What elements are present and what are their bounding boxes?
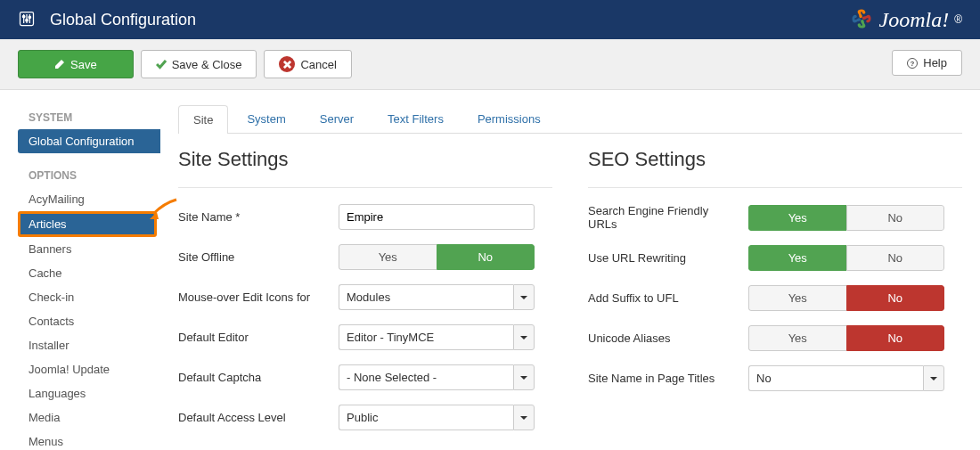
- sidebar-item-global-configuration[interactable]: Global Configuration: [18, 129, 160, 153]
- seo-settings-section: SEO Settings Search Engine Friendly URLs…: [588, 148, 962, 445]
- sidebar-item-articles[interactable]: Articles: [18, 211, 157, 237]
- sef-urls-no[interactable]: No: [846, 205, 945, 231]
- joomla-logo-icon: [849, 6, 874, 34]
- url-rewriting-no[interactable]: No: [846, 245, 945, 271]
- main-area: Site System Server Text Filters Permissi…: [160, 104, 980, 450]
- sidebar-item-menus[interactable]: Menus: [18, 430, 160, 450]
- svg-point-5: [26, 19, 29, 21]
- chevron-down-icon[interactable]: [513, 284, 535, 310]
- site-offline-label: Site Offline: [178, 250, 330, 264]
- help-icon: ?: [907, 58, 918, 69]
- sef-urls-yes[interactable]: Yes: [748, 205, 846, 231]
- site-offline-yes[interactable]: Yes: [339, 244, 437, 270]
- site-offline-no[interactable]: No: [437, 244, 535, 270]
- sidebar-item-check-in[interactable]: Check-in: [18, 285, 160, 309]
- chevron-down-icon[interactable]: [513, 364, 535, 390]
- sidebar-item-joomla-update[interactable]: Joomla! Update: [18, 357, 160, 381]
- sidebar: SYSTEM Global Configuration OPTIONS AcyM…: [0, 104, 160, 450]
- site-settings-title: Site Settings: [178, 148, 552, 171]
- tab-site[interactable]: Site: [178, 105, 228, 134]
- apply-icon: [54, 59, 65, 70]
- unicode-yes[interactable]: Yes: [748, 325, 846, 351]
- url-rewriting-toggle[interactable]: Yes No: [748, 245, 944, 271]
- svg-point-6: [29, 16, 31, 18]
- tab-server[interactable]: Server: [305, 104, 369, 133]
- default-editor-label: Default Editor: [178, 331, 330, 344]
- chevron-down-icon[interactable]: [513, 405, 535, 430]
- cancel-button[interactable]: Cancel: [264, 50, 351, 78]
- add-suffix-yes[interactable]: Yes: [748, 285, 846, 311]
- close-icon: [279, 56, 295, 72]
- brand: Joomla! ®: [849, 6, 963, 34]
- unicode-label: Unicode Aliases: [588, 331, 739, 345]
- add-suffix-no[interactable]: No: [846, 285, 945, 311]
- chevron-down-icon[interactable]: [923, 365, 944, 391]
- sidebar-item-cache[interactable]: Cache: [18, 261, 160, 285]
- tabs: Site System Server Text Filters Permissi…: [178, 104, 962, 134]
- seo-settings-title: SEO Settings: [588, 148, 962, 171]
- svg-point-4: [22, 15, 25, 18]
- save-close-button[interactable]: Save & Close: [141, 50, 257, 78]
- sidebar-item-installer[interactable]: Installer: [18, 333, 160, 357]
- brand-text: Joomla!: [879, 8, 950, 32]
- help-button[interactable]: ? Help: [892, 50, 962, 76]
- sidebar-item-banners[interactable]: Banners: [18, 237, 160, 261]
- site-name-input[interactable]: [339, 204, 535, 230]
- tab-text-filters[interactable]: Text Filters: [372, 104, 459, 133]
- sidebar-item-acymailing[interactable]: AcyMailing: [18, 187, 160, 211]
- sliders-icon: [18, 10, 36, 30]
- default-access-select[interactable]: Public: [339, 405, 535, 430]
- toolbar: Save Save & Close Cancel ? Help: [0, 39, 980, 90]
- default-access-label: Default Access Level: [178, 411, 330, 424]
- topbar: Global Configuration Joomla! ®: [0, 0, 980, 39]
- page-title: Global Configuration: [50, 11, 196, 29]
- svg-text:?: ?: [911, 60, 915, 68]
- add-suffix-toggle[interactable]: Yes No: [748, 285, 944, 311]
- tab-permissions[interactable]: Permissions: [462, 104, 556, 133]
- add-suffix-label: Add Suffix to UFL: [588, 291, 739, 305]
- sidebar-item-contacts[interactable]: Contacts: [18, 309, 160, 333]
- url-rewriting-label: Use URL Rewriting: [588, 251, 739, 265]
- check-icon: [156, 59, 167, 70]
- unicode-no[interactable]: No: [846, 325, 945, 351]
- page-titles-label: Site Name in Page Titles: [588, 372, 739, 385]
- chevron-down-icon[interactable]: [513, 324, 535, 350]
- sef-urls-label: Search Engine Friendly URLs: [588, 204, 739, 231]
- unicode-toggle[interactable]: Yes No: [748, 325, 944, 351]
- site-settings-section: Site Settings Site Name * Site Offline Y…: [178, 148, 552, 445]
- sidebar-item-media[interactable]: Media: [18, 405, 160, 430]
- default-captcha-label: Default Captcha: [178, 371, 330, 384]
- default-editor-select[interactable]: Editor - TinyMCE: [339, 324, 535, 350]
- mouse-over-select[interactable]: Modules: [339, 284, 535, 310]
- tab-system[interactable]: System: [232, 104, 300, 133]
- site-name-label: Site Name *: [178, 210, 330, 224]
- sidebar-item-languages[interactable]: Languages: [18, 381, 160, 405]
- mouse-over-label: Mouse-over Edit Icons for: [178, 290, 330, 304]
- sidebar-heading-options: OPTIONS: [18, 162, 160, 187]
- default-captcha-select[interactable]: - None Selected -: [339, 364, 535, 390]
- sidebar-heading-system: SYSTEM: [18, 104, 160, 129]
- save-button[interactable]: Save: [18, 50, 134, 78]
- page-titles-select[interactable]: No: [748, 365, 944, 391]
- site-offline-toggle[interactable]: Yes No: [339, 244, 535, 270]
- sef-urls-toggle[interactable]: Yes No: [748, 205, 944, 231]
- url-rewriting-yes[interactable]: Yes: [748, 245, 846, 271]
